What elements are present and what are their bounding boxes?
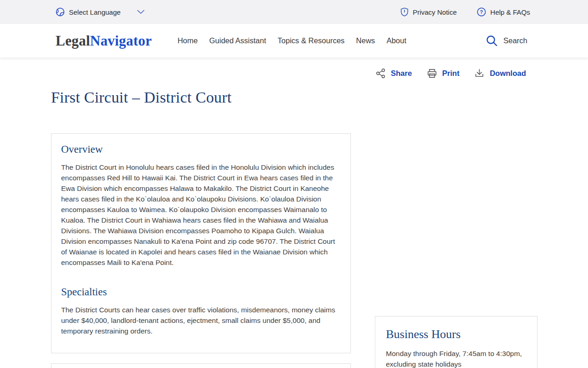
download-label: Download <box>490 69 526 78</box>
print-icon <box>427 68 437 79</box>
nav-item-news[interactable]: News <box>356 36 375 45</box>
question-circle-icon: ? <box>477 7 486 17</box>
next-section-card <box>51 363 351 368</box>
search-icon <box>486 34 498 47</box>
globe-icon <box>56 7 65 17</box>
nav-item-topics-resources[interactable]: Topics & Resources <box>277 36 345 45</box>
page-content: Share Print Download Fir <box>0 58 588 368</box>
share-icon <box>375 68 386 79</box>
main-header: LegalNavigator Home Guided Assistant Top… <box>0 24 588 58</box>
main-nav: Home Guided Assistant Topics & Resources… <box>177 36 406 45</box>
nav-item-about[interactable]: About <box>386 36 406 45</box>
logo-part-navigator: Navigator <box>90 33 152 49</box>
help-faqs-link[interactable]: ? Help & FAQs <box>477 7 530 17</box>
share-label: Share <box>391 69 412 78</box>
business-hours-text: Monday through Friday, 7:45am to 4:30pm,… <box>386 348 526 368</box>
court-info-card: Overview The District Court in Honolulu … <box>51 133 351 353</box>
help-faqs-label: Help & FAQs <box>490 8 530 16</box>
privacy-notice-label: Privacy Notice <box>413 8 457 16</box>
utility-bar: Select Language Privacy Notice ? <box>0 0 588 24</box>
business-hours-card: Business Hours Monday through Friday, 7:… <box>375 316 537 368</box>
language-selector-label: Select Language <box>69 8 121 16</box>
page-actions: Share Print Download <box>375 68 526 79</box>
search-label: Search <box>503 36 527 45</box>
share-button[interactable]: Share <box>375 68 412 79</box>
privacy-notice-link[interactable]: Privacy Notice <box>401 7 457 17</box>
shield-icon <box>401 7 408 17</box>
print-label: Print <box>442 69 460 78</box>
download-button[interactable]: Download <box>474 68 526 79</box>
business-hours-heading: Business Hours <box>386 328 526 341</box>
download-icon <box>474 68 485 79</box>
nav-item-guided-assistant[interactable]: Guided Assistant <box>209 36 266 45</box>
specialties-heading: Specialties <box>61 286 341 298</box>
logo-part-legal: Legal <box>56 33 90 49</box>
overview-heading: Overview <box>61 144 341 155</box>
nav-item-home[interactable]: Home <box>177 36 198 45</box>
overview-text: The District Court in Honolulu hears cas… <box>61 162 341 268</box>
search-button[interactable]: Search <box>486 34 527 47</box>
chevron-down-icon <box>137 10 145 14</box>
print-button[interactable]: Print <box>427 68 460 79</box>
language-selector[interactable]: Select Language <box>56 7 145 17</box>
site-logo[interactable]: LegalNavigator <box>56 33 152 49</box>
specialties-text: The District Courts can hear cases over … <box>61 305 341 336</box>
svg-text:?: ? <box>480 9 483 15</box>
page-title: First Circuit – District Court <box>51 89 232 106</box>
